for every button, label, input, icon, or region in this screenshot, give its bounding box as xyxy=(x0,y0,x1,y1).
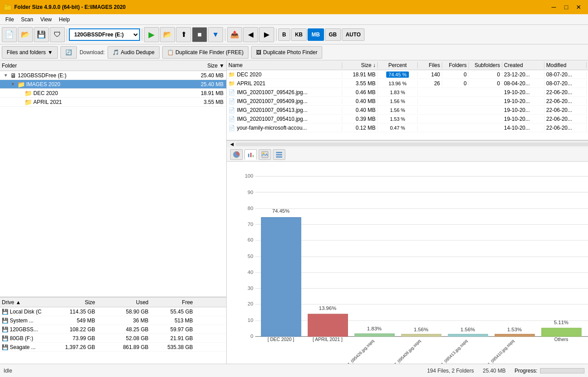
drive-row[interactable]: 💾 120GBSS... 108.22 GB 48.25 GB 59.97 GB xyxy=(0,325,226,334)
tree-item-name: DEC 2020 xyxy=(33,90,190,96)
export-button[interactable]: 📤 xyxy=(227,27,242,42)
chart-tab-bar[interactable] xyxy=(244,149,257,160)
unit-mb-button[interactable]: MB xyxy=(308,28,324,41)
file-col-folders[interactable]: Folders xyxy=(442,62,469,68)
pct-text: 1.56 % xyxy=(390,107,405,113)
file-col-pct[interactable]: Percent xyxy=(378,62,418,68)
chart-tab-pie[interactable] xyxy=(230,149,243,160)
file-table-area[interactable]: Name Size ↓ Percent Files Folders Subfol… xyxy=(227,60,588,140)
file-row[interactable]: 📄 your-family-microsoft-accou... 0.12 MB… xyxy=(227,123,588,132)
drive-cell-used: 861.89 GB xyxy=(95,344,148,350)
tree-toggle-icon[interactable]: ▼ xyxy=(10,82,16,87)
file-col-files[interactable]: Files xyxy=(418,62,442,68)
menu-help[interactable]: Help xyxy=(56,16,74,24)
scan-play-button[interactable]: ▶ xyxy=(144,27,159,42)
svg-text:IMG_20201007_095410.jpg.sspq: IMG_20201007_095410.jpg.sspq xyxy=(468,338,515,364)
new-button[interactable]: 📄 xyxy=(2,27,17,42)
folder-up-button[interactable]: ⬆ xyxy=(176,27,191,42)
svg-rect-4 xyxy=(250,153,252,157)
filter-button[interactable]: ▼ xyxy=(208,27,223,42)
svg-text:[ APRIL 2021 ]: [ APRIL 2021 ] xyxy=(312,337,342,342)
drive-row[interactable]: 💾 System ... 549 MB 36 MB 513 MB xyxy=(0,316,226,325)
duplicate-file-button[interactable]: 📋 Duplicate File Finder (FREE) xyxy=(162,46,248,59)
chart-tab-list[interactable] xyxy=(273,149,285,160)
save-button[interactable]: 💾 xyxy=(34,27,49,42)
shield-button[interactable]: 🛡 xyxy=(50,27,65,42)
folder-icon: 📁 xyxy=(24,90,32,97)
file-cell-name: 📄 IMG_20201007_095413.jpg... xyxy=(227,107,342,113)
file-col-subfolders[interactable]: Subfolders xyxy=(469,62,502,68)
svg-rect-3 xyxy=(248,154,249,157)
unit-auto-button[interactable]: AUTO xyxy=(342,28,365,41)
drive-col-free[interactable]: Free xyxy=(148,299,193,306)
tree-area[interactable]: Folder Size ▼ ▼🖥120GBSSDFree (E:)25.40 M… xyxy=(0,60,226,297)
file-cell-size: 0.40 MB xyxy=(342,98,378,104)
file-row[interactable]: 📁 APRIL 2021 3.55 MB 13.96 % 26 0 0 08-0… xyxy=(227,79,588,88)
file-row[interactable]: 📄 IMG_20201007_095426.jpg... 0.46 MB 1.8… xyxy=(227,88,588,97)
drive-cell-used: 48.25 GB xyxy=(95,326,148,333)
drive-selector[interactable]: 120GBSSDFree (E:) xyxy=(69,28,140,41)
folder-icon: 📁 xyxy=(24,99,32,106)
drive-row[interactable]: 💾 Seagate ... 1,397.26 GB 861.89 GB 535.… xyxy=(0,343,226,352)
file-count-status: 194 Files, 2 Folders xyxy=(427,368,474,374)
minimize-button[interactable]: ─ xyxy=(548,1,560,13)
file-cell-created: 19-10-20... xyxy=(502,107,544,113)
menu-view[interactable]: View xyxy=(37,16,56,24)
maximize-button[interactable]: □ xyxy=(560,1,572,13)
back-button[interactable]: ◀ xyxy=(243,27,258,42)
unit-gb-button[interactable]: GB xyxy=(325,28,341,41)
menu-file[interactable]: File xyxy=(2,16,17,24)
pct-text: 0.47 % xyxy=(390,125,405,131)
horizontal-scrollbar[interactable]: ◀ ▶ xyxy=(227,140,588,147)
menu-scan[interactable]: Scan xyxy=(17,16,36,24)
audio-dedupe-button[interactable]: 🎵 Audio Dedupe xyxy=(108,46,160,59)
tree-row[interactable]: 📁DEC 202018.91 MB xyxy=(0,89,226,98)
drive-col-drive[interactable]: Drive ▲ xyxy=(2,299,42,306)
file-cell-size: 18.91 MB xyxy=(342,71,378,78)
refresh-button[interactable]: 🔄 xyxy=(60,46,77,59)
files-folders-button[interactable]: Files and folders ▼ xyxy=(2,46,58,59)
chart-tab-image[interactable] xyxy=(259,149,271,160)
folder-open-button[interactable]: 📂 xyxy=(160,27,175,42)
unit-b-button[interactable]: B xyxy=(278,28,290,41)
file-col-name[interactable]: Name xyxy=(227,62,342,68)
file-rows: 📁 DEC 2020 18.91 MB 74.45 % 140 0 0 23-1… xyxy=(227,70,588,132)
unit-kb-button[interactable]: KB xyxy=(291,28,307,41)
drive-row[interactable]: 💾 Local Disk (C 114.35 GB 58.90 GB 55.45… xyxy=(0,307,226,316)
file-cell-pct: 0.47 % xyxy=(378,125,418,131)
svg-text:70: 70 xyxy=(248,222,253,227)
hscroll-track[interactable] xyxy=(236,143,588,146)
tree-row[interactable]: ▼🖥120GBSSDFree (E:)25.40 MB xyxy=(0,71,226,80)
tree-row[interactable]: ▼📁IMAGES 202025.40 MB xyxy=(0,80,226,89)
tree-toggle-icon[interactable]: ▼ xyxy=(3,73,9,78)
tree-item-name: APRIL 2021 xyxy=(33,99,190,105)
file-col-size[interactable]: Size ↓ xyxy=(342,62,378,68)
close-button[interactable]: ✕ xyxy=(573,1,584,13)
duplicate-photo-button[interactable]: 🖼 Duplicate Photo Finder xyxy=(251,46,322,59)
drive-cell-free: 535.38 GB xyxy=(148,344,193,350)
tree-col-size[interactable]: Size ▼ xyxy=(189,63,224,69)
file-col-modified[interactable]: Modified xyxy=(544,62,587,68)
file-cell-folders: 0 xyxy=(442,80,469,87)
drive-col-size[interactable]: Size xyxy=(42,299,95,306)
file-row[interactable]: 📄 IMG_20201007_095413.jpg... 0.40 MB 1.5… xyxy=(227,106,588,115)
svg-rect-10 xyxy=(276,156,282,158)
svg-text:74.45%: 74.45% xyxy=(272,208,289,214)
drive-col-used[interactable]: Used xyxy=(95,299,148,306)
svg-text:1.56%: 1.56% xyxy=(460,327,475,332)
drive-row[interactable]: 💾 80GB (F:) 73.99 GB 52.08 GB 21.91 GB xyxy=(0,334,226,343)
file-icon: 📄 xyxy=(228,89,235,95)
file-col-created[interactable]: Created xyxy=(502,62,544,68)
tree-row[interactable]: 📁APRIL 20213.55 MB xyxy=(0,98,226,107)
file-row[interactable]: 📁 DEC 2020 18.91 MB 74.45 % 140 0 0 23-1… xyxy=(227,70,588,79)
file-cell-created: 19-10-20... xyxy=(502,89,544,95)
stop-button[interactable]: ■ xyxy=(192,27,207,42)
forward-button[interactable]: ▶ xyxy=(259,27,274,42)
svg-text:13.96%: 13.96% xyxy=(319,306,336,311)
file-row[interactable]: 📄 IMG_20201007_095410.jpg... 0.39 MB 1.5… xyxy=(227,115,588,123)
open-button[interactable]: 📂 xyxy=(18,27,33,42)
hscroll-left-arrow[interactable]: ◀ xyxy=(228,142,236,147)
app-title: Folder Size 4.9.0.0 (64-bit) - E:\IMAGES… xyxy=(14,4,126,10)
svg-text:[ DEC 2020 ]: [ DEC 2020 ] xyxy=(268,337,294,342)
file-row[interactable]: 📄 IMG_20201007_095409.jpg... 0.40 MB 1.5… xyxy=(227,97,588,106)
